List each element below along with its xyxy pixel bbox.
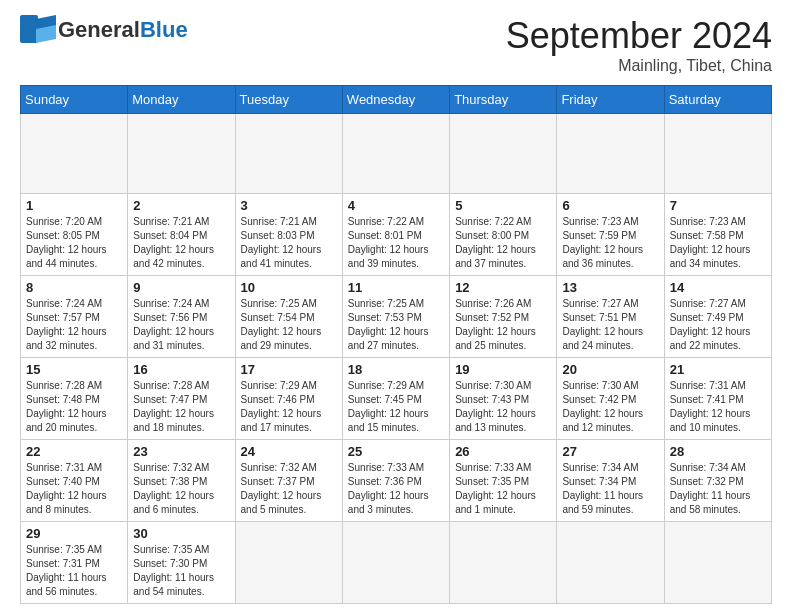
- day-info: Sunrise: 7:24 AMSunset: 7:56 PMDaylight:…: [133, 297, 229, 353]
- day-number: 23: [133, 444, 229, 459]
- day-number: 3: [241, 198, 337, 213]
- day-info: Sunrise: 7:22 AMSunset: 8:00 PMDaylight:…: [455, 215, 551, 271]
- header-thursday: Thursday: [450, 86, 557, 114]
- day-info: Sunrise: 7:33 AMSunset: 7:36 PMDaylight:…: [348, 461, 444, 517]
- day-number: 13: [562, 280, 658, 295]
- day-number: 4: [348, 198, 444, 213]
- table-row: [235, 114, 342, 194]
- table-row: 13Sunrise: 7:27 AMSunset: 7:51 PMDayligh…: [557, 276, 664, 358]
- day-number: 26: [455, 444, 551, 459]
- day-number: 24: [241, 444, 337, 459]
- table-row: 27Sunrise: 7:34 AMSunset: 7:34 PMDayligh…: [557, 440, 664, 522]
- table-row: 5Sunrise: 7:22 AMSunset: 8:00 PMDaylight…: [450, 194, 557, 276]
- header-friday: Friday: [557, 86, 664, 114]
- day-info: Sunrise: 7:27 AMSunset: 7:49 PMDaylight:…: [670, 297, 766, 353]
- day-info: Sunrise: 7:23 AMSunset: 7:59 PMDaylight:…: [562, 215, 658, 271]
- table-row: [557, 522, 664, 604]
- day-number: 16: [133, 362, 229, 377]
- day-info: Sunrise: 7:25 AMSunset: 7:53 PMDaylight:…: [348, 297, 444, 353]
- day-info: Sunrise: 7:32 AMSunset: 7:37 PMDaylight:…: [241, 461, 337, 517]
- table-row: 9Sunrise: 7:24 AMSunset: 7:56 PMDaylight…: [128, 276, 235, 358]
- calendar-week-row: 29Sunrise: 7:35 AMSunset: 7:31 PMDayligh…: [21, 522, 772, 604]
- day-number: 11: [348, 280, 444, 295]
- table-row: 11Sunrise: 7:25 AMSunset: 7:53 PMDayligh…: [342, 276, 449, 358]
- header-monday: Monday: [128, 86, 235, 114]
- table-row: 10Sunrise: 7:25 AMSunset: 7:54 PMDayligh…: [235, 276, 342, 358]
- day-number: 29: [26, 526, 122, 541]
- day-number: 25: [348, 444, 444, 459]
- day-number: 7: [670, 198, 766, 213]
- svg-rect-0: [20, 15, 38, 43]
- day-number: 9: [133, 280, 229, 295]
- day-info: Sunrise: 7:29 AMSunset: 7:46 PMDaylight:…: [241, 379, 337, 435]
- day-number: 30: [133, 526, 229, 541]
- table-row: 16Sunrise: 7:28 AMSunset: 7:47 PMDayligh…: [128, 358, 235, 440]
- table-row: 14Sunrise: 7:27 AMSunset: 7:49 PMDayligh…: [664, 276, 771, 358]
- day-info: Sunrise: 7:28 AMSunset: 7:48 PMDaylight:…: [26, 379, 122, 435]
- logo-icon: [20, 15, 56, 45]
- table-row: 22Sunrise: 7:31 AMSunset: 7:40 PMDayligh…: [21, 440, 128, 522]
- day-info: Sunrise: 7:35 AMSunset: 7:30 PMDaylight:…: [133, 543, 229, 599]
- table-row: 21Sunrise: 7:31 AMSunset: 7:41 PMDayligh…: [664, 358, 771, 440]
- table-row: [664, 114, 771, 194]
- table-row: [557, 114, 664, 194]
- day-number: 27: [562, 444, 658, 459]
- month-title: September 2024: [506, 15, 772, 57]
- day-info: Sunrise: 7:25 AMSunset: 7:54 PMDaylight:…: [241, 297, 337, 353]
- page: GeneralBlue September 2024 Mainling, Tib…: [0, 0, 792, 612]
- calendar-week-row: 1Sunrise: 7:20 AMSunset: 8:05 PMDaylight…: [21, 194, 772, 276]
- day-info: Sunrise: 7:32 AMSunset: 7:38 PMDaylight:…: [133, 461, 229, 517]
- day-number: 8: [26, 280, 122, 295]
- calendar-week-row: 22Sunrise: 7:31 AMSunset: 7:40 PMDayligh…: [21, 440, 772, 522]
- table-row: [128, 114, 235, 194]
- day-number: 6: [562, 198, 658, 213]
- day-number: 18: [348, 362, 444, 377]
- title-block: September 2024 Mainling, Tibet, China: [506, 15, 772, 75]
- day-number: 22: [26, 444, 122, 459]
- table-row: 2Sunrise: 7:21 AMSunset: 8:04 PMDaylight…: [128, 194, 235, 276]
- table-row: [21, 114, 128, 194]
- day-info: Sunrise: 7:22 AMSunset: 8:01 PMDaylight:…: [348, 215, 444, 271]
- table-row: [664, 522, 771, 604]
- day-info: Sunrise: 7:21 AMSunset: 8:04 PMDaylight:…: [133, 215, 229, 271]
- calendar: Sunday Monday Tuesday Wednesday Thursday…: [20, 85, 772, 604]
- table-row: 17Sunrise: 7:29 AMSunset: 7:46 PMDayligh…: [235, 358, 342, 440]
- header-tuesday: Tuesday: [235, 86, 342, 114]
- table-row: 6Sunrise: 7:23 AMSunset: 7:59 PMDaylight…: [557, 194, 664, 276]
- day-info: Sunrise: 7:26 AMSunset: 7:52 PMDaylight:…: [455, 297, 551, 353]
- day-info: Sunrise: 7:34 AMSunset: 7:34 PMDaylight:…: [562, 461, 658, 517]
- day-number: 12: [455, 280, 551, 295]
- table-row: 29Sunrise: 7:35 AMSunset: 7:31 PMDayligh…: [21, 522, 128, 604]
- header-saturday: Saturday: [664, 86, 771, 114]
- day-info: Sunrise: 7:35 AMSunset: 7:31 PMDaylight:…: [26, 543, 122, 599]
- table-row: [342, 522, 449, 604]
- day-number: 1: [26, 198, 122, 213]
- table-row: 25Sunrise: 7:33 AMSunset: 7:36 PMDayligh…: [342, 440, 449, 522]
- day-number: 20: [562, 362, 658, 377]
- day-info: Sunrise: 7:20 AMSunset: 8:05 PMDaylight:…: [26, 215, 122, 271]
- table-row: 3Sunrise: 7:21 AMSunset: 8:03 PMDaylight…: [235, 194, 342, 276]
- day-info: Sunrise: 7:33 AMSunset: 7:35 PMDaylight:…: [455, 461, 551, 517]
- calendar-header-row: Sunday Monday Tuesday Wednesday Thursday…: [21, 86, 772, 114]
- day-number: 21: [670, 362, 766, 377]
- table-row: 4Sunrise: 7:22 AMSunset: 8:01 PMDaylight…: [342, 194, 449, 276]
- day-info: Sunrise: 7:28 AMSunset: 7:47 PMDaylight:…: [133, 379, 229, 435]
- day-info: Sunrise: 7:31 AMSunset: 7:40 PMDaylight:…: [26, 461, 122, 517]
- day-info: Sunrise: 7:31 AMSunset: 7:41 PMDaylight:…: [670, 379, 766, 435]
- table-row: 8Sunrise: 7:24 AMSunset: 7:57 PMDaylight…: [21, 276, 128, 358]
- day-info: Sunrise: 7:30 AMSunset: 7:43 PMDaylight:…: [455, 379, 551, 435]
- table-row: [450, 114, 557, 194]
- table-row: 19Sunrise: 7:30 AMSunset: 7:43 PMDayligh…: [450, 358, 557, 440]
- logo-text: GeneralBlue: [58, 17, 188, 42]
- location: Mainling, Tibet, China: [506, 57, 772, 75]
- day-info: Sunrise: 7:29 AMSunset: 7:45 PMDaylight:…: [348, 379, 444, 435]
- header: GeneralBlue September 2024 Mainling, Tib…: [20, 15, 772, 75]
- table-row: 1Sunrise: 7:20 AMSunset: 8:05 PMDaylight…: [21, 194, 128, 276]
- table-row: 28Sunrise: 7:34 AMSunset: 7:32 PMDayligh…: [664, 440, 771, 522]
- table-row: 30Sunrise: 7:35 AMSunset: 7:30 PMDayligh…: [128, 522, 235, 604]
- day-number: 19: [455, 362, 551, 377]
- day-number: 17: [241, 362, 337, 377]
- day-number: 28: [670, 444, 766, 459]
- table-row: 12Sunrise: 7:26 AMSunset: 7:52 PMDayligh…: [450, 276, 557, 358]
- table-row: [235, 522, 342, 604]
